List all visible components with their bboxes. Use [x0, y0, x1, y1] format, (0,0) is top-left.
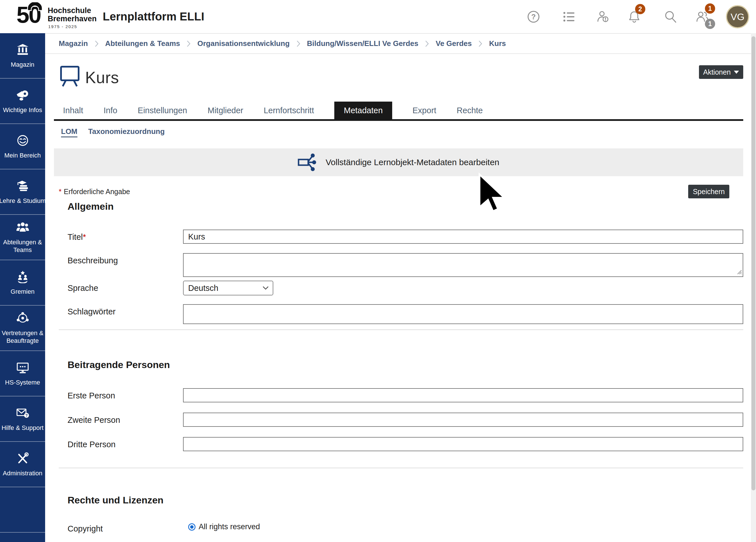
- sidebar-item-administration[interactable]: Administration: [0, 442, 45, 487]
- sidebar-item-mein-bereich[interactable]: Mein Bereich: [0, 124, 45, 169]
- svg-text:?: ?: [531, 13, 536, 21]
- svg-text:Hochschule: Hochschule: [48, 6, 91, 15]
- titel-input[interactable]: [183, 230, 743, 244]
- avatar[interactable]: VG: [726, 5, 749, 28]
- sidebar-item-gremien[interactable]: Gremien: [0, 260, 45, 306]
- section-heading: Rechte und Lizenzen: [68, 494, 743, 507]
- sidebar-item-label: Magazin: [0, 61, 47, 68]
- breadcrumb-link[interactable]: Abteilungen & Teams: [105, 39, 180, 48]
- field-label: Beschreibung: [68, 253, 183, 277]
- monitor-icon: [16, 361, 29, 375]
- subtab-lom[interactable]: LOM: [61, 127, 77, 136]
- breadcrumb-bar: MagazinAbteilungen & TeamsOrganisationse…: [45, 34, 751, 54]
- field-label: Zweite Person: [68, 413, 183, 427]
- svg-text:Bremerhaven: Bremerhaven: [48, 14, 97, 23]
- scrollbar-track[interactable]: [751, 33, 756, 542]
- tools-icon: [16, 452, 29, 466]
- users-icon[interactable]: 1 1: [696, 10, 709, 23]
- tab-rechte[interactable]: Rechte: [457, 106, 483, 119]
- beschreibung-textarea[interactable]: [183, 253, 743, 277]
- tabs: InhaltInfoEinstellungenMitgliederLernfor…: [54, 103, 743, 121]
- field-label: Titel*: [68, 230, 183, 244]
- actions-button[interactable]: Aktionen: [699, 65, 743, 79]
- sidebar-item-label: Mein Bereich: [0, 152, 47, 159]
- select-chevron-icon: [262, 285, 269, 291]
- search-icon[interactable]: [664, 10, 677, 23]
- breadcrumb-separator-icon: [425, 40, 429, 47]
- page: 50 Hochschule Bremerhaven 1975 - 2025 Le…: [0, 0, 756, 542]
- sidebar-filler: [0, 487, 45, 533]
- hochschule-bremerhaven-logo[interactable]: 50 Hochschule Bremerhaven 1975 - 2025: [16, 2, 99, 32]
- help-icon[interactable]: ?: [527, 10, 540, 23]
- sidebar-item-label: Abteilungen & Teams: [0, 238, 47, 254]
- form-row-titel: Titel*: [68, 230, 743, 244]
- section-heading: Beitragende Personen: [68, 358, 743, 371]
- tab-inhalt[interactable]: Inhalt: [63, 106, 83, 119]
- notification-bell-icon[interactable]: 2: [628, 10, 641, 23]
- required-asterisk: *: [83, 232, 86, 241]
- breadcrumb-link[interactable]: Organisationsentwicklung: [197, 39, 289, 48]
- megaphone-icon: [16, 89, 29, 103]
- tab-metadaten[interactable]: Metadaten: [334, 102, 392, 119]
- dritte-person-input[interactable]: [183, 437, 743, 451]
- field-label: Dritte Person: [68, 437, 183, 451]
- sidebar-item-hilfe-support[interactable]: ?Hilfe & Support: [0, 396, 45, 442]
- section-divider: [59, 329, 743, 330]
- smiley-icon: [16, 134, 29, 148]
- scrollbar-thumb[interactable]: [751, 36, 755, 490]
- user-status-icon[interactable]: [597, 10, 610, 23]
- breadcrumb: MagazinAbteilungen & TeamsOrganisationse…: [59, 39, 506, 48]
- share-icon: [298, 152, 318, 173]
- field-label: Schlagwörter: [68, 304, 183, 324]
- form-row-zweite-person: Zweite Person: [68, 413, 743, 427]
- list-icon[interactable]: [562, 10, 576, 23]
- resize-grip-icon[interactable]: [736, 268, 742, 276]
- form-row-copyright: CopyrightAll rights reserved: [68, 521, 743, 533]
- globe-people-icon: [16, 312, 29, 326]
- sidebar-item-label: Gremien: [0, 288, 47, 295]
- app-title: Lernplattform ELLI: [103, 0, 204, 33]
- people-icon: [16, 221, 29, 235]
- breadcrumb-link[interactable]: Bildung/Wissen/ELLI Ve Gerdes: [307, 39, 419, 48]
- sidebar-item-hs-systeme[interactable]: HS-Systeme: [0, 351, 45, 396]
- radio-label: All rights reserved: [199, 522, 260, 531]
- tab-einstellungen[interactable]: Einstellungen: [138, 106, 187, 119]
- breadcrumb-separator-icon: [186, 40, 191, 47]
- form-row-beschreibung: Beschreibung: [68, 253, 743, 277]
- subtab-taxonomiezuordnung[interactable]: Taxonomiezuordnung: [88, 127, 165, 136]
- breadcrumb-link[interactable]: Magazin: [59, 39, 88, 48]
- edit-metadata-banner[interactable]: Vollständige Lernobjekt-Metadaten bearbe…: [54, 148, 743, 176]
- mail-help-icon: ?: [16, 406, 29, 421]
- form-row-schlagwörter: Schlagwörter: [68, 304, 743, 324]
- breadcrumb-link[interactable]: Ve Gerdes: [436, 39, 472, 48]
- page-title: Kurs: [85, 64, 119, 91]
- sidebar-item-lehre-studium[interactable]: Lehre & Studium: [0, 169, 45, 215]
- sidebar-item-magazin[interactable]: Magazin: [0, 33, 45, 79]
- banner-label: Vollständige Lernobjekt-Metadaten bearbe…: [325, 157, 499, 167]
- sidebar-item-label: Vertretungen & Beauftragte: [0, 329, 47, 344]
- sidebar-item-label: Administration: [0, 469, 47, 477]
- zweite-person-input[interactable]: [183, 413, 743, 427]
- sidebar-item-label: Lehre & Studium: [0, 197, 47, 205]
- required-note: *Erforderliche Angabe: [59, 188, 130, 196]
- breadcrumb-link[interactable]: Kurs: [489, 39, 506, 48]
- sprache-select[interactable]: Deutsch: [183, 281, 273, 295]
- tab-info[interactable]: Info: [104, 106, 117, 119]
- erste-person-input[interactable]: [183, 388, 743, 402]
- sidebar-item-vertretungen-beauftragte[interactable]: Vertretungen & Beauftragte: [0, 306, 45, 351]
- tab-lernfortschritt[interactable]: Lernfortschritt: [264, 106, 314, 119]
- header: 50 Hochschule Bremerhaven 1975 - 2025 Le…: [0, 0, 756, 33]
- tab-export[interactable]: Export: [413, 106, 436, 119]
- tab-mitglieder[interactable]: Mitglieder: [207, 106, 243, 119]
- svg-text:1975 - 2025: 1975 - 2025: [48, 24, 77, 29]
- schlagwörter-input[interactable]: [183, 304, 743, 324]
- svg-text:?: ?: [25, 413, 28, 418]
- copyright-radio[interactable]: [188, 523, 196, 531]
- form-row-dritte-person: Dritte Person: [68, 437, 743, 451]
- sidebar-item-abteilungen-teams[interactable]: Abteilungen & Teams: [0, 215, 45, 260]
- sidebar-item-wichtige-infos[interactable]: Wichtige Infos: [0, 79, 45, 124]
- course-icon: [59, 64, 81, 88]
- save-button[interactable]: Speichern: [688, 185, 729, 198]
- books-icon: [16, 179, 29, 194]
- field-label: Sprache: [68, 281, 183, 295]
